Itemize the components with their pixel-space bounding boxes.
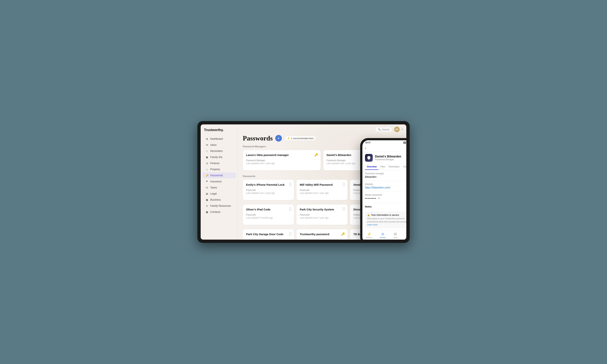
sidebar-item-reminders[interactable]: □ Reminders (202, 148, 236, 154)
business-icon: ▦ (206, 198, 208, 201)
scan-icon: ⊟ (394, 232, 397, 236)
card-type: Passcode (246, 189, 291, 191)
sidebar-label-family-resources: Family Resources (210, 204, 231, 207)
account-label: Account (405, 237, 406, 238)
key-icon: 🔑 (341, 232, 345, 236)
card-mill-valley-wifi[interactable]: Mill Valley Wifi Password Passcode Last … (297, 180, 348, 200)
tablet-screen: Trustworthy. ⊞ Dashboard ✉ Inbox □ Remin… (201, 124, 406, 240)
page-title: Passwords (243, 134, 273, 142)
sidebar-label-dashboard: Dashboard (210, 137, 223, 140)
recommended-text: 1 recommended item (291, 137, 314, 140)
sidebar-label-contacts: Contacts (210, 210, 220, 213)
phone-field-website-info: Website https://bitwarden.com/ (365, 183, 390, 189)
add-password-button[interactable]: + (275, 135, 282, 142)
sidebar-item-family-ids[interactable]: ▣ Family IDs (202, 154, 236, 160)
phone-tabs: Overview Files Reminders Contacts (362, 164, 406, 170)
card-emilys-iphone[interactable]: Emily's iPhone Parental Lock Passcode La… (243, 180, 294, 200)
tab-files[interactable]: Files (378, 164, 387, 170)
website-value[interactable]: https://bitwarden.com/ (365, 186, 390, 189)
finance-icon: ◎ (206, 162, 208, 165)
sidebar-item-property[interactable]: ⌂ Property (202, 166, 236, 172)
phone-field-manager-info: Password manager Bitwarden (365, 172, 384, 178)
card-updated: Last updated over 1 year ago (300, 192, 344, 194)
card-updated: Last updated 5 months ago (246, 217, 291, 219)
phone-time: 12:17 (365, 141, 371, 143)
card-type: Passcode (246, 214, 291, 216)
sidebar-item-dashboard[interactable]: ⊞ Dashboard (202, 136, 236, 142)
property-icon: ⌂ (206, 168, 208, 171)
card-lauras-okta[interactable]: Laura's Okta password manager 🔑 Password… (243, 150, 321, 170)
sidebar-label-reminders: Reminders (210, 150, 223, 153)
browse-icon: ⊙ (381, 232, 384, 236)
card-type: Password Manager (246, 159, 317, 162)
card-title: Park City Security System (300, 208, 344, 211)
card-title: Oliver's iPad Code (246, 208, 291, 211)
sidebar-label-property: Property (210, 168, 220, 171)
lock-icon: 🔒 (367, 214, 370, 216)
browse-label: Browse (380, 237, 386, 238)
sidebar-item-taxes[interactable]: % Taxes (202, 185, 236, 191)
phone-detail-subtitle: Password Manager (375, 158, 401, 161)
sidebar-item-contacts[interactable]: ▣ Contacts (202, 209, 236, 215)
taxes-icon: % (206, 186, 208, 189)
card-park-city-security[interactable]: Park City Security System Passcode Last … (297, 205, 348, 225)
phone-nav-for-you[interactable]: ⚡ For you (366, 232, 372, 238)
bitwarden-logo (365, 154, 373, 162)
card-olivers-ipad[interactable]: Oliver's iPad Code Passcode Last updated… (243, 205, 294, 225)
dropdown-icon: ▾ (401, 128, 403, 131)
sidebar-item-legal[interactable]: ▤ Legal (202, 191, 236, 196)
sidebar-item-passwords[interactable]: 🔑 Passwords (202, 172, 236, 178)
tab-overview[interactable]: Overview (365, 164, 378, 170)
sidebar-item-insurance[interactable]: ☂ Insurance (202, 179, 236, 184)
phone-back-button[interactable]: ‹ (365, 146, 366, 150)
phone-nav-scan[interactable]: ⊟ Scan (393, 232, 397, 238)
card-title: Trustworthy password (300, 233, 344, 236)
app-logo: Trustworthy. (201, 128, 237, 136)
card-updated: Last updated over 1 year ago (300, 217, 344, 219)
sidebar-label-business: Business (210, 198, 221, 201)
family-ids-icon: ▣ (206, 156, 208, 158)
signal-icon: ▌▌▌ (404, 142, 406, 143)
card-park-city-garage[interactable]: Park City Garage Door Code (243, 229, 294, 240)
user-avatar[interactable]: DR (394, 127, 400, 132)
card-title: Park City Garage Door Code (246, 233, 291, 236)
inbox-icon: ✉ (206, 143, 208, 146)
phone-field-master-password: Master password •••••••• 👁 (365, 191, 406, 203)
recommended-badge[interactable]: ⚡ 1 recommended item (284, 136, 316, 141)
search-bar[interactable]: 🔍 Search (375, 127, 392, 132)
eye-icon[interactable]: 👁 (378, 197, 380, 200)
sidebar-item-finance[interactable]: ◎ Finance (202, 160, 236, 166)
tab-reminders[interactable]: Reminders (387, 164, 401, 170)
key-icon: 🔑 (314, 153, 318, 156)
dots-icon (289, 232, 291, 235)
sidebar-label-finance: Finance (210, 162, 220, 165)
search-icon: 🔍 (378, 128, 381, 131)
for-you-label: For you (366, 237, 372, 238)
card-title: Mill Valley Wifi Password (300, 183, 344, 186)
password-row: •••••••• 👁 (365, 197, 382, 200)
phone-detail-header: Daniel's Bitwarden Password Manager (362, 152, 406, 164)
sidebar-item-family-resources[interactable]: ⊙ Family Resources (202, 203, 236, 209)
phone-nav-account[interactable]: 👤 Account (405, 232, 406, 238)
tab-contacts[interactable]: Contacts (401, 164, 406, 170)
notes-section-header: Notes + (365, 203, 406, 210)
sidebar-item-business[interactable]: ▦ Business (202, 197, 236, 203)
card-trustworthy-password[interactable]: Trustworthy password 🔑 (297, 229, 348, 240)
search-label: Search (382, 128, 389, 131)
secure-title: 🔒 Your information is secure (367, 214, 406, 216)
dashboard-icon: ⊞ (206, 137, 208, 140)
dots-icon (343, 183, 345, 186)
sidebar-item-inbox[interactable]: ✉ Inbox (202, 142, 236, 148)
manager-label: Password manager (365, 172, 384, 175)
scan-label: Scan (393, 237, 397, 238)
learn-more-link[interactable]: Learn more (367, 223, 377, 226)
phone-nav-browse[interactable]: ⊙ Browse (380, 232, 386, 238)
notes-label: Notes (365, 205, 372, 208)
card-type: Passcode (300, 214, 344, 216)
for-you-icon: ⚡ (367, 232, 371, 236)
phone-field-website: Website https://bitwarden.com/ (365, 181, 406, 191)
reminders-icon: □ (206, 150, 208, 153)
password-dots: •••••••• (365, 197, 376, 200)
sidebar-label-taxes: Taxes (210, 186, 217, 189)
phone-bottom-nav: ⚡ For you ⊙ Browse ⊟ Scan 👤 Account (362, 230, 406, 240)
